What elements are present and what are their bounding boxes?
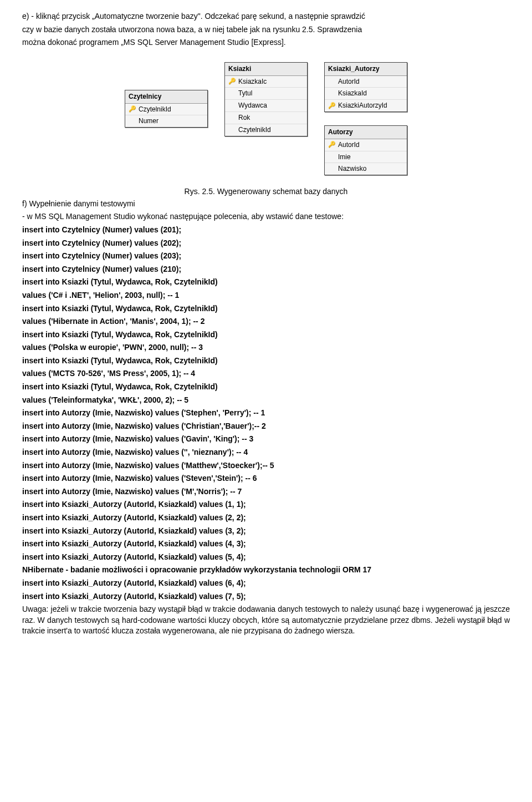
table-row: CzytelnikId — [225, 124, 307, 136]
table-ksiazki-autorzy-title: Ksiazki_Autorzy — [325, 63, 407, 76]
table-row: Wydawca — [225, 100, 307, 112]
code-line: insert into Ksiazki_Autorzy (AutorId, Ks… — [22, 499, 510, 510]
figure-caption: Rys. 2.5. Wygenerowany schemat bazy dany… — [22, 186, 510, 197]
schema-diagram: Czytelnicy 🔑 CzytelnikId Numer Ksiazki 🔑… — [22, 62, 510, 175]
col-name: Rok — [238, 113, 250, 123]
code-line: NHibernate - badanie możliwości i opraco… — [22, 565, 510, 576]
table-row: 🔑 KsiazkaIc — [225, 76, 307, 88]
key-icon: 🔑 — [328, 101, 336, 110]
closing-paragraph: Uwaga: jeżeli w trakcie tworzenia bazy w… — [22, 604, 510, 637]
intro-line-2: czy w bazie danych została utworzona now… — [22, 24, 510, 35]
code-line: insert into Autorzy (Imie, Nazwisko) val… — [22, 473, 510, 484]
table-czytelnicy: Czytelnicy 🔑 CzytelnikId Numer — [125, 90, 208, 128]
code-line: insert into Ksiazki (Tytul, Wydawca, Rok… — [22, 329, 510, 341]
col-name: CzytelnikId — [139, 105, 171, 114]
code-line: insert into Ksiazki_Autorzy (AutorId, Ks… — [22, 526, 510, 537]
col-name: Wydawca — [238, 101, 267, 110]
table-ksiazki: Ksiazki 🔑 KsiazkaIc Tytul Wydawca Rok Cz… — [224, 62, 308, 136]
diagram-col-3: Ksiazki_Autorzy AutorId KsiazkaId 🔑 Ksia… — [324, 62, 407, 175]
code-line: insert into Autorzy (Imie, Nazwisko) val… — [22, 421, 510, 432]
table-czytelnicy-title: Czytelnicy — [125, 90, 207, 104]
code-line: values ('Teleinformatyka', 'WKŁ', 2000, … — [22, 395, 510, 406]
table-autorzy: Autorzy 🔑 AutorId Imie Nazwisko — [324, 125, 407, 175]
table-autorzy-title: Autorzy — [325, 126, 407, 139]
code-line: insert into Autorzy (Imie, Nazwisko) val… — [22, 434, 510, 445]
code-line: insert into Ksiazki_Autorzy (AutorId, Ks… — [22, 591, 510, 602]
code-line: insert into Autorzy (Imie, Nazwisko) val… — [22, 447, 510, 458]
code-line: insert into Autorzy (Imie, Nazwisko) val… — [22, 460, 510, 471]
col-name: Imie — [338, 153, 351, 162]
code-line: values ('Hibernate in Action', 'Manis', … — [22, 316, 510, 327]
table-row: AutorId — [325, 76, 407, 88]
body-line: f) Wypełnienie danymi testowymi — [22, 199, 510, 210]
col-name: AutorId — [338, 140, 360, 150]
code-line: insert into Czytelnicy (Numer) values (2… — [22, 251, 510, 262]
table-row: Rok — [225, 112, 307, 124]
code-line: insert into Ksiazki (Tytul, Wydawca, Rok… — [22, 382, 510, 393]
code-line: insert into Ksiazki_Autorzy (AutorId, Ks… — [22, 552, 510, 563]
table-row: 🔑 KsiazkiAutorzyId — [325, 100, 407, 111]
col-name: KsiazkiAutorzyId — [338, 101, 387, 110]
code-line: insert into Czytelnicy (Numer) values (2… — [22, 225, 510, 236]
code-line: insert into Ksiazki (Tytul, Wydawca, Rok… — [22, 303, 510, 314]
table-ksiazki-autorzy: Ksiazki_Autorzy AutorId KsiazkaId 🔑 Ksia… — [324, 62, 407, 112]
key-icon: 🔑 — [328, 140, 336, 149]
col-name: KsiazkaId — [338, 89, 367, 98]
key-icon: 🔑 — [228, 77, 236, 85]
code-line: values ('C# i .NET', 'Helion', 2003, nul… — [22, 290, 510, 301]
diagram-col-1: Czytelnicy 🔑 CzytelnikId Numer — [125, 90, 208, 128]
code-line: insert into Autorzy (Imie, Nazwisko) val… — [22, 408, 510, 419]
intro-line-3: można dokonać programem „MS SQL Server M… — [22, 37, 510, 48]
col-name: KsiazkaIc — [238, 77, 267, 87]
col-name: CzytelnikId — [238, 125, 271, 135]
diagram-col-2: Ksiazki 🔑 KsiazkaIc Tytul Wydawca Rok Cz… — [224, 62, 308, 136]
code-line: insert into Czytelnicy (Numer) values (2… — [22, 264, 510, 275]
intro-line-1: e) - kliknąć przycisk „Automatyczne twor… — [22, 11, 510, 22]
table-row: Tytul — [225, 88, 307, 100]
code-line: values ('MCTS 70-526', 'MS Press', 2005,… — [22, 368, 510, 379]
table-ksiazki-title: Ksiazki — [225, 63, 307, 76]
code-line: insert into Czytelnicy (Numer) values (2… — [22, 238, 510, 249]
table-row: Imie — [325, 151, 407, 164]
col-name: Tytul — [238, 89, 252, 98]
code-line: insert into Ksiazki_Autorzy (AutorId, Ks… — [22, 578, 510, 589]
col-name: Numer — [139, 116, 158, 126]
col-name: Nazwisko — [338, 164, 366, 174]
body-line: - w MS SQL Management Studio wykonać nas… — [22, 211, 510, 222]
table-row: 🔑 AutorId — [325, 139, 407, 151]
table-row: Numer — [125, 115, 207, 127]
code-line: insert into Autorzy (Imie, Nazwisko) val… — [22, 486, 510, 498]
code-line: values ('Polska w europie', 'PWN', 2000,… — [22, 342, 510, 353]
code-line: insert into Ksiazki (Tytul, Wydawca, Rok… — [22, 277, 510, 288]
table-row: 🔑 CzytelnikId — [125, 104, 207, 116]
code-line: insert into Ksiazki (Tytul, Wydawca, Rok… — [22, 356, 510, 367]
code-line: insert into Ksiazki_Autorzy (AutorId, Ks… — [22, 539, 510, 550]
key-icon: 🔑 — [129, 105, 136, 113]
col-name: AutorId — [338, 77, 360, 87]
table-row: Nazwisko — [325, 163, 407, 175]
table-row: KsiazkaId — [325, 88, 407, 100]
code-line: insert into Ksiazki_Autorzy (AutorId, Ks… — [22, 512, 510, 524]
